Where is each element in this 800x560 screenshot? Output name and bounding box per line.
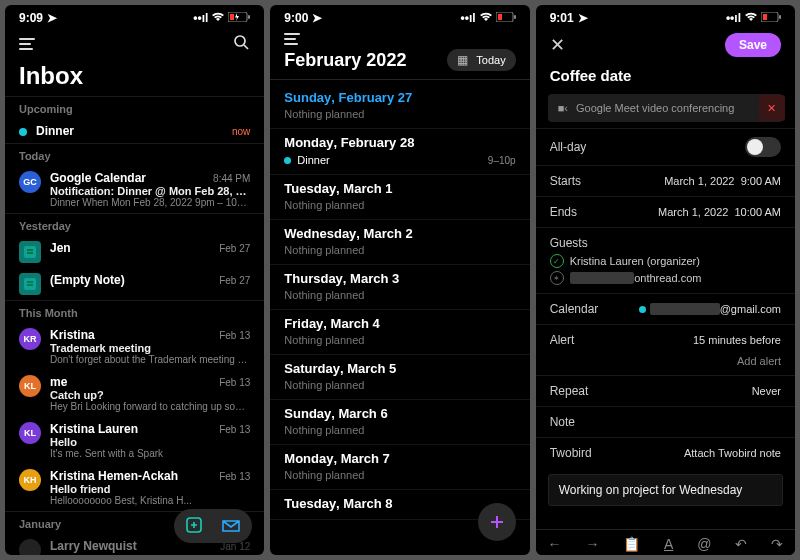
day-block[interactable]: Sunday, February 27Nothing planned xyxy=(270,84,529,129)
add-alert-row[interactable]: Add alert xyxy=(536,355,795,375)
svg-point-3 xyxy=(235,36,245,46)
preview: Hey Bri Looking forward to catching up s… xyxy=(50,401,250,412)
add-event-button[interactable] xyxy=(478,503,516,541)
day-title: Monday, February 28 xyxy=(284,135,515,150)
compose-note-button[interactable] xyxy=(184,515,206,537)
preview: Dinner When Mon Feb 28, 2022 9pm – 10pm … xyxy=(50,197,250,208)
topbar xyxy=(5,27,264,60)
day-block[interactable]: Thursday, March 3Nothing planned xyxy=(270,265,529,310)
redacted: xxxxxxxxxxx xyxy=(570,272,635,284)
subject: Hello friend xyxy=(50,483,250,495)
item-label: Dinner xyxy=(36,124,74,138)
item-time: now xyxy=(232,126,250,137)
today-button[interactable]: ▦ Today xyxy=(447,49,515,71)
twobird-row[interactable]: Twobird Attach Twobird note xyxy=(536,437,795,468)
note-row[interactable]: Note xyxy=(536,406,795,437)
location-icon: ➤ xyxy=(312,11,322,25)
item-time: Feb 13 xyxy=(219,471,250,482)
menu-icon[interactable] xyxy=(284,33,300,45)
nothing-planned: Nothing planned xyxy=(284,199,515,211)
starts-row[interactable]: Starts March 1, 2022 9:00 AM xyxy=(536,165,795,196)
list-item[interactable]: Jen Feb 27 xyxy=(5,236,264,268)
kb-redo-icon[interactable]: ↷ xyxy=(771,536,783,552)
search-icon[interactable] xyxy=(232,33,250,54)
sender: me xyxy=(50,375,67,389)
attach-link[interactable]: Attach Twobird note xyxy=(684,447,781,459)
list-item[interactable]: KR KristinaFeb 13 Trademark meeting Don'… xyxy=(5,323,264,370)
day-block[interactable]: Tuesday, March 1Nothing planned xyxy=(270,175,529,220)
save-button[interactable]: Save xyxy=(725,33,781,57)
sender: Google Calendar xyxy=(50,171,146,185)
svg-rect-1 xyxy=(248,15,250,19)
sender: Kristina Lauren xyxy=(50,422,138,436)
alert-label: Alert xyxy=(550,333,575,347)
status-time: 9:09 xyxy=(19,11,43,25)
day-block[interactable]: Monday, February 28Dinner9–10p xyxy=(270,129,529,175)
all-day-row[interactable]: All-day xyxy=(536,128,795,165)
calendar-header: February 2022 ▦ Today xyxy=(270,45,529,79)
list-item[interactable]: Dinner now xyxy=(5,119,264,143)
subject: Catch up? xyxy=(50,389,250,401)
kb-text-icon[interactable]: A xyxy=(664,536,673,552)
avatar: KL xyxy=(19,375,41,397)
svg-rect-16 xyxy=(498,14,502,20)
month-title[interactable]: February 2022 xyxy=(284,50,406,71)
guests-block[interactable]: Guests ✓ Kristina Lauren (organizer) ✶ x… xyxy=(536,227,795,293)
event-title[interactable]: Coffee date xyxy=(536,63,795,94)
guest-email-suffix: onthread.com xyxy=(634,272,701,284)
day-block[interactable]: Sunday, March 6Nothing planned xyxy=(270,400,529,445)
nothing-planned: Nothing planned xyxy=(284,289,515,301)
google-meet-row[interactable]: ■‹ Google Meet video conferencing ✕ xyxy=(548,94,783,122)
list-item[interactable]: KL meFeb 13 Catch up? Hey Bri Looking fo… xyxy=(5,370,264,417)
compose-mail-button[interactable] xyxy=(220,515,242,537)
event-row[interactable]: Dinner9–10p xyxy=(284,154,515,166)
item-time: Feb 27 xyxy=(219,275,250,286)
subject: Hello xyxy=(50,436,250,448)
remove-meet-button[interactable]: ✕ xyxy=(759,95,785,121)
status-time: 9:00 xyxy=(284,11,308,25)
day-block[interactable]: Saturday, March 5Nothing planned xyxy=(270,355,529,400)
wifi-icon xyxy=(479,11,493,25)
menu-icon[interactable] xyxy=(19,38,35,50)
list-item[interactable]: (Empty Note) Feb 27 xyxy=(5,268,264,300)
calendar-row[interactable]: Calendar xxxxxxxxxxxx@gmail.com xyxy=(536,293,795,324)
list-item[interactable]: GC Google Calendar 8:44 PM Notification:… xyxy=(5,166,264,213)
svg-rect-21 xyxy=(763,14,767,20)
all-day-toggle[interactable] xyxy=(745,137,781,157)
avatar: KR xyxy=(19,328,41,350)
kb-arrow-left-icon[interactable]: ← xyxy=(548,536,562,552)
svg-rect-8 xyxy=(24,278,36,290)
repeat-row[interactable]: Repeat Never xyxy=(536,375,795,406)
svg-rect-20 xyxy=(779,15,781,19)
list-item[interactable]: KL Kristina LaurenFeb 13 Hello It's me. … xyxy=(5,417,264,464)
battery-icon xyxy=(496,11,516,25)
preview: It's me. Sent with a Spark xyxy=(50,448,250,459)
day-block[interactable]: Friday, March 4Nothing planned xyxy=(270,310,529,355)
list-item[interactable]: KH Kristina Hemen-AckahFeb 13 Hello frie… xyxy=(5,464,264,511)
day-title: Monday, March 7 xyxy=(284,451,515,466)
location-icon: ➤ xyxy=(578,11,588,25)
kb-at-icon[interactable]: @ xyxy=(697,536,711,552)
status-time: 9:01 xyxy=(550,11,574,25)
inbox-screen: 9:09➤ ••ıl Inbox Upcoming Dinner now Tod… xyxy=(5,5,264,555)
alert-row[interactable]: Alert 15 minutes before xyxy=(536,324,795,355)
sender: (Empty Note) xyxy=(50,273,125,287)
sender: Kristina Hemen-Ackah xyxy=(50,469,178,483)
guest-row: ✶ xxxxxxxxxxxonthread.com xyxy=(550,271,781,285)
note-input[interactable]: Working on project for Wednesday xyxy=(548,474,783,506)
item-time: 8:44 PM xyxy=(213,173,250,184)
close-icon[interactable]: ✕ xyxy=(550,34,565,56)
day-block[interactable]: Monday, March 7Nothing planned xyxy=(270,445,529,490)
kb-undo-icon[interactable]: ↶ xyxy=(735,536,747,552)
redacted: xxxxxxxxxxxx xyxy=(650,303,720,315)
section-today: Today xyxy=(5,143,264,166)
day-block[interactable]: Wednesday, March 2Nothing planned xyxy=(270,220,529,265)
signal-icon: ••ıl xyxy=(726,11,741,25)
kb-arrow-right-icon[interactable]: → xyxy=(585,536,599,552)
ends-row[interactable]: Ends March 1, 2022 10:00 AM xyxy=(536,196,795,227)
guests-label: Guests xyxy=(550,236,781,250)
avatar xyxy=(19,539,41,555)
topbar xyxy=(270,27,529,45)
avatar: KH xyxy=(19,469,41,491)
kb-paste-icon[interactable]: 📋 xyxy=(623,536,640,552)
